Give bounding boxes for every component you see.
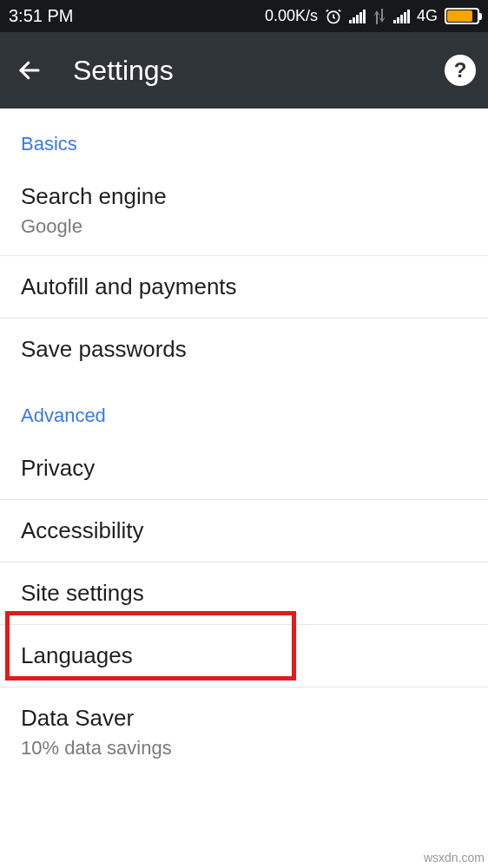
- data-arrows-icon: [373, 9, 386, 24]
- row-privacy[interactable]: Privacy: [0, 437, 488, 500]
- signal-icon-2: [393, 10, 410, 23]
- row-title: Save passwords: [21, 336, 467, 363]
- row-title: Data Saver: [21, 705, 467, 732]
- row-title: Accessibility: [21, 517, 467, 544]
- page-title: Settings: [73, 55, 445, 87]
- watermark: wsxdn.com: [424, 851, 485, 865]
- row-subtitle: 10% data savings: [21, 737, 467, 760]
- row-data-saver[interactable]: Data Saver 10% data savings: [0, 687, 488, 777]
- row-search-engine[interactable]: Search engine Google: [0, 166, 488, 256]
- row-save-passwords[interactable]: Save passwords: [0, 319, 488, 380]
- row-autofill[interactable]: Autofill and payments: [0, 256, 488, 319]
- section-header-basics: Basics: [0, 108, 488, 166]
- row-site-settings[interactable]: Site settings: [0, 562, 488, 625]
- signal-icon-1: [349, 10, 366, 23]
- row-title: Autofill and payments: [21, 273, 467, 300]
- row-title: Site settings: [21, 580, 467, 607]
- app-bar: Settings ?: [0, 32, 488, 108]
- status-right: 0.00K/s 4G: [265, 7, 479, 25]
- network-type: 4G: [417, 7, 438, 25]
- battery-icon: [445, 8, 479, 24]
- row-languages[interactable]: Languages: [0, 625, 488, 687]
- back-button[interactable]: [12, 53, 47, 88]
- section-header-advanced: Advanced: [0, 380, 488, 437]
- row-subtitle: Google: [21, 215, 467, 238]
- network-speed: 0.00K/s: [265, 7, 318, 25]
- status-bar: 3:51 PM 0.00K/s 4G: [0, 0, 488, 32]
- row-accessibility[interactable]: Accessibility: [0, 500, 488, 562]
- help-button[interactable]: ?: [445, 55, 476, 86]
- alarm-icon: [325, 8, 342, 25]
- row-title: Languages: [21, 642, 467, 669]
- row-title: Privacy: [21, 455, 467, 482]
- row-title: Search engine: [21, 183, 467, 210]
- settings-list: Basics Search engine Google Autofill and…: [0, 108, 488, 777]
- back-arrow-icon: [16, 57, 43, 83]
- status-time: 3:51 PM: [9, 6, 73, 26]
- help-icon: ?: [454, 58, 467, 82]
